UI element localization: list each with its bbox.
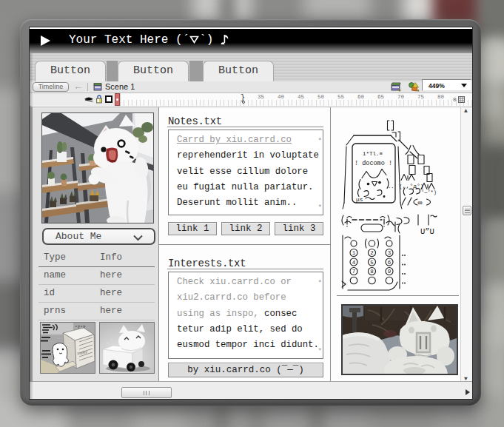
svg-text:3: 3 — [388, 250, 392, 256]
svg-text:i*Tl.≡: i*Tl.≡ — [363, 151, 383, 157]
svg-text:! docomo !: ! docomo ! — [355, 160, 392, 167]
svg-text:4: 4 — [352, 260, 356, 266]
svg-text:°—°*): °—°*) — [421, 189, 437, 195]
svg-text:∞: ∞ — [418, 199, 423, 207]
svg-text:2: 2 — [370, 250, 374, 256]
svg-text:7: 7 — [352, 269, 356, 275]
svg-text:(,,°д°): (,,°д°) — [399, 183, 424, 189]
svg-text:5: 5 — [370, 260, 374, 266]
svg-text:U”U: U”U — [420, 227, 434, 236]
svg-text:9: 9 — [388, 269, 392, 275]
svg-text:1: 1 — [352, 250, 356, 256]
svg-text:..: .. — [388, 184, 394, 189]
svg-text:8: 8 — [370, 269, 374, 275]
svg-text:μs: μs — [356, 196, 363, 203]
svg-text:6: 6 — [388, 260, 392, 266]
